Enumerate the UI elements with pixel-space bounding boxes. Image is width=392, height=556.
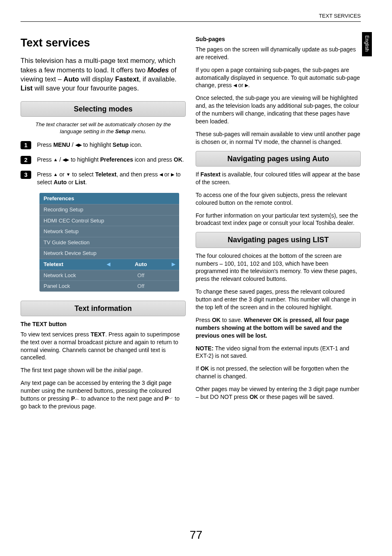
step-text: , and then press [117,171,159,178]
left-arrow-icon: ◀ [107,261,113,267]
body-text: to save. [221,317,244,323]
down-arrow-icon: ▼ [66,171,71,178]
intro-text: will display [79,75,115,83]
paragraph: The first text page shown will be the in… [21,366,186,374]
step-text: or [58,171,66,178]
right-arrow-icon: ▶ [245,82,248,88]
section-nav-auto: Navigating pages using Auto [196,151,361,167]
menu-row-recording-setup: Recording Setup [39,204,179,215]
section-nav-list: Navigating pages using LIST [196,232,361,248]
right-arrow-icon: ▶ [169,261,175,267]
menu-item-value: Auto [113,261,169,268]
page-content: Text services This television has a mult… [21,35,361,410]
note-text: The text character set will be automatic… [35,121,171,135]
paragraph: Any text page can be accessed by enterin… [21,379,186,410]
note-label: NOTE: [196,345,214,352]
intro-text: , if available. [139,75,177,83]
menu-row-tv-guide: TV Guide Selection [39,237,179,248]
chevron-down-icon: ﹀ [168,396,173,402]
paragraph: To access one of the four given subjects… [196,191,361,207]
text-button-label: TEXT [90,331,105,338]
menu-item-label: Network Lock [44,272,107,279]
right-arrow-icon: ▶ [171,171,174,178]
section-selecting-modes: Selecting modes [21,101,186,117]
step-text: / [70,141,75,148]
step-text: icon and press [133,156,174,163]
paragraph: For further information on your particul… [196,212,361,227]
setup-label: Setup [113,141,129,148]
ok-label: OK [201,365,209,372]
step-text: icon. [129,141,142,148]
body-text: to advance to the next page and [79,395,165,402]
menu-item-label: Network Setup [44,228,107,235]
ok-label: OK [174,156,182,163]
menu-row-panel-lock: Panel Lock Off [39,280,179,292]
menu-label: MENU [53,141,70,148]
up-arrow-icon: ▲ [53,171,58,178]
right-arrow-icon: ▶ [78,142,82,148]
intro-text: will save your four favourite pages. [32,84,139,92]
paragraph: If you open a page containing sub-pages,… [196,66,361,90]
paragraph: To view text services press TEXT. Press … [21,331,186,362]
step-1: 1 Press MENU / ◀▶ to highlight Setup ico… [21,141,186,149]
language-tab: English [362,32,372,56]
left-arrow-icon: ◀ [75,142,78,148]
paragraph: The four coloured choices at the bottom … [196,252,361,283]
menu-item-label: Recording Setup [44,206,107,213]
sub-pages-heading: Sub-pages [196,35,361,43]
paragraph: These sub-pages will remain available to… [196,130,361,146]
step-text: or [67,179,75,185]
menu-item-label: TV Guide Selection [44,239,107,246]
page-title: Text services [21,35,186,50]
body-text: The first text page shown will be the [21,367,113,373]
body-text: If [196,171,201,178]
menu-item-label: HDMI CEC Control Setup [44,217,107,225]
menu-row-network-device: Network Device Setup [39,248,179,259]
paragraph: If OK is not pressed, the selection will… [196,365,361,380]
menu-item-value: Off [107,272,175,279]
menu-header: Preferences [39,193,179,204]
step-text: . [182,156,184,163]
menu-item-label: Network Device Setup [44,250,107,257]
body-text: is not pressed, the selection will be fo… [196,365,349,380]
menu-row-teletext: Teletext ◀ Auto ▶ [39,259,179,270]
paragraph: Other pages may be viewed by entering th… [196,385,361,401]
step-text: to select [71,171,95,178]
body-text: Press [196,317,212,323]
section-text-information: Text information [21,301,186,316]
fastext-label: Fastext [201,171,221,178]
intro-paragraph: This television has a multi-page text me… [21,56,186,93]
step-text: or [163,171,171,178]
step-text: to highlight [82,141,113,148]
step-2-body: Press ▲ / ◀▶ to highlight Preferences ic… [37,156,186,164]
chevron-up-icon: ︿ [75,396,79,402]
teletext-label: Teletext [95,171,117,178]
menu-row-hdmi-cec: HDMI CEC Control Setup [39,215,179,226]
paragraph: NOTE: The video signal from the external… [196,345,361,360]
body-text: or these pages will be saved. [258,394,334,400]
step-text: / [58,156,63,163]
note-setup: Setup [115,128,130,134]
step-text: . [85,179,87,185]
left-arrow-icon: ◀ [159,171,163,178]
body-text: page. [127,367,143,373]
p-down-label: P [165,395,168,402]
preferences-menu: Preferences Recording Setup HDMI CEC Con… [39,193,179,292]
menu-item-value: Off [107,283,175,290]
paragraph: Once selected, the sub-page you are view… [196,94,361,125]
body-text: or [237,82,245,88]
body-text: . [248,82,250,88]
text-button-heading: The TEXT button [21,320,186,328]
p-up-label: P [71,395,75,402]
menu-row-network-lock: Network Lock Off [39,270,179,281]
body-text: To view text services press [21,331,90,338]
intro-list: List [21,84,32,92]
paragraph: To change these saved pages, press the r… [196,288,361,311]
step-text: to highlight [69,156,100,163]
step-2: 2 Press ▲ / ◀▶ to highlight Preferences … [21,156,186,164]
page-number: 77 [0,527,392,543]
menu-row-network-setup: Network Setup [39,226,179,237]
menu-item-label: Panel Lock [44,283,107,290]
paragraph: If Fastext is available, four coloured t… [196,171,361,186]
intro-modes: Modes [148,66,169,74]
